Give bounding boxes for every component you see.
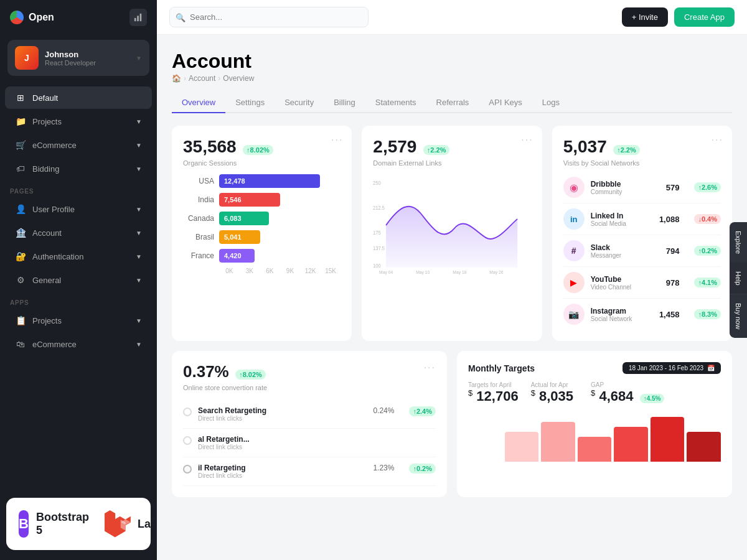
user-card[interactable]: J Johnson React Developer ▼	[7, 40, 149, 76]
links-card: ··· 2,579 ↑2.2% Domain External Links	[362, 126, 542, 341]
gap-label: GAP	[591, 381, 664, 388]
social-label: Visits by Social Networks	[563, 159, 721, 167]
monthly-chart	[468, 412, 721, 462]
youtube-badge: ↑4.1%	[694, 278, 721, 287]
bar-row-usa: USA 12,478	[183, 174, 341, 188]
bar-label-india: India	[183, 195, 214, 204]
buy-now-button[interactable]: Buy now	[730, 294, 747, 338]
svg-rect-1	[137, 16, 139, 21]
explore-button[interactable]: Explore	[730, 222, 747, 263]
avatar: J	[15, 46, 39, 70]
tab-overview[interactable]: Overview	[172, 93, 225, 113]
svg-text:May 10: May 10	[416, 269, 430, 275]
axis-6k: 6K	[260, 268, 280, 274]
svg-text:212.5: 212.5	[373, 204, 385, 211]
chevron-down-icon-9: ▼	[136, 341, 142, 348]
sidebar-label-bidding: Bidding	[32, 164, 59, 174]
sidebar-label-authentication: Authentication	[32, 252, 83, 261]
monthly-targets-val: Targets for April $ 12,706	[468, 381, 519, 404]
sidebar: Open J Johnson React Developer ▼ ⊞ Defau…	[0, 0, 157, 560]
actual-label: Actual for Apr	[531, 381, 573, 388]
sidebar-item-bidding[interactable]: 🏷 Bidding ▼	[5, 157, 152, 180]
bar-label-france: France	[183, 251, 214, 260]
slack-value: 794	[666, 246, 680, 256]
monthly-header: Monthly Targets 18 Jan 2023 - 16 Feb 202…	[468, 362, 721, 374]
sidebar-item-user-profile[interactable]: 👤 User Profile ▼	[5, 198, 152, 220]
youtube-category: Video Channel	[591, 284, 660, 291]
sessions-bar-chart: USA 12,478 India 7,546	[183, 174, 341, 274]
dribbble-name: Dribbble	[591, 180, 660, 189]
bar-val-canada: 6,083	[224, 215, 242, 222]
retarget-il-title: il Retargeting	[198, 464, 246, 472]
social-more-button[interactable]: ···	[712, 134, 723, 146]
bar-label-usa: USA	[183, 177, 214, 185]
linkedin-icon: in	[563, 208, 585, 230]
slack-badge: ↑0.2%	[694, 246, 721, 256]
sidebar-item-projects[interactable]: 📁 Projects ▼	[5, 110, 152, 133]
youtube-info: YouTube Video Channel	[591, 275, 660, 291]
linkedin-value: 1,088	[659, 215, 680, 224]
bar-row-brasil: Brasil 5,041	[183, 230, 341, 244]
account-icon: 🏦	[15, 227, 26, 238]
bar-axis: 0K 3K 6K 9K 12K 15K	[183, 268, 341, 274]
svg-text:May 26: May 26	[490, 269, 504, 275]
user-info: Johnson React Developer	[45, 50, 129, 67]
sidebar-item-default[interactable]: ⊞ Default	[5, 86, 152, 109]
tab-settings[interactable]: Settings	[225, 93, 275, 113]
conversion-more-button[interactable]: ···	[424, 362, 436, 373]
sidebar-item-ecommerce-app[interactable]: 🛍 eCommerce ▼	[5, 333, 152, 355]
bar-val-india: 7,546	[224, 196, 242, 203]
svg-text:250: 250	[373, 179, 381, 186]
actual-value: 8,035	[539, 388, 573, 404]
search-input[interactable]	[169, 7, 369, 27]
monthly-gap-val: GAP $ 4,684 ↑4.5%	[591, 381, 664, 404]
sessions-more-button[interactable]: ···	[331, 134, 343, 146]
sidebar-label-general: General	[32, 276, 61, 285]
retarget-al-info: al Retargetin... Direct link clicks	[198, 435, 250, 450]
bootstrap-label: Bootstrap 5	[36, 511, 89, 537]
tab-api-keys[interactable]: API Keys	[479, 93, 532, 113]
sidebar-item-projects-app[interactable]: 📋 Projects ▼	[5, 309, 152, 332]
chevron-down-icon-6: ▼	[136, 253, 142, 260]
sidebar-item-general[interactable]: ⚙ General ▼	[5, 269, 152, 291]
retarget-search-info: Search Retargeting Direct link clicks	[198, 406, 266, 422]
sidebar-label-projects-app: Projects	[32, 316, 62, 325]
tab-logs[interactable]: Logs	[532, 93, 570, 113]
links-more-button[interactable]: ···	[521, 134, 533, 146]
tabs: Overview Settings Security Billing State…	[172, 93, 732, 113]
links-label: Domain External Links	[373, 159, 530, 167]
sessions-value-row: 35,568 ↑8.02%	[183, 137, 341, 157]
gap-value: 4,684	[599, 388, 633, 404]
linkedin-info: Linked In Social Media	[591, 212, 653, 227]
sidebar-item-ecommerce[interactable]: 🛒 eCommerce ▼	[5, 134, 152, 156]
tab-billing[interactable]: Billing	[324, 93, 365, 113]
slack-info: Slack Messanger	[591, 243, 660, 259]
instagram-info: Instagram Social Network	[591, 307, 653, 322]
sessions-value: 35,568	[183, 137, 237, 156]
monthly-actual-val: Actual for Apr $ 8,035	[531, 381, 573, 404]
sessions-label: Organic Sessions	[183, 159, 341, 167]
retarget-il-badge: ↑0.2%	[409, 464, 436, 474]
tab-security[interactable]: Security	[275, 93, 324, 113]
create-app-button[interactable]: Create App	[674, 7, 735, 27]
sidebar-item-account[interactable]: 🏦 Account ▼	[5, 222, 152, 244]
svg-text:100: 100	[373, 262, 381, 269]
user-name: Johnson	[45, 50, 129, 59]
links-badge: ↑2.2%	[423, 145, 450, 155]
linkedin-badge: ↓0.4%	[694, 214, 721, 224]
tab-statements[interactable]: Statements	[365, 93, 426, 113]
tab-referrals[interactable]: Referrals	[426, 93, 479, 113]
sessions-card: ··· 35,568 ↑8.02% Organic Sessions USA 1…	[172, 126, 352, 341]
links-value: 2,579	[373, 137, 416, 156]
bar-brasil: 5,041	[219, 230, 260, 244]
app-name: Open	[29, 12, 54, 23]
linkedin-name: Linked In	[591, 212, 653, 220]
chart-button[interactable]	[129, 9, 147, 26]
breadcrumb-account[interactable]: Account	[189, 74, 215, 83]
search-bar: 🔍	[169, 7, 369, 27]
sidebar-item-authentication[interactable]: 🔐 Authentication ▼	[5, 245, 152, 268]
help-button[interactable]: Help	[730, 263, 747, 294]
retarget-search-sub: Direct link clicks	[198, 415, 266, 422]
invite-button[interactable]: + Invite	[622, 7, 668, 27]
retarget-il-info: il Retargeting Direct link clicks	[198, 464, 246, 479]
